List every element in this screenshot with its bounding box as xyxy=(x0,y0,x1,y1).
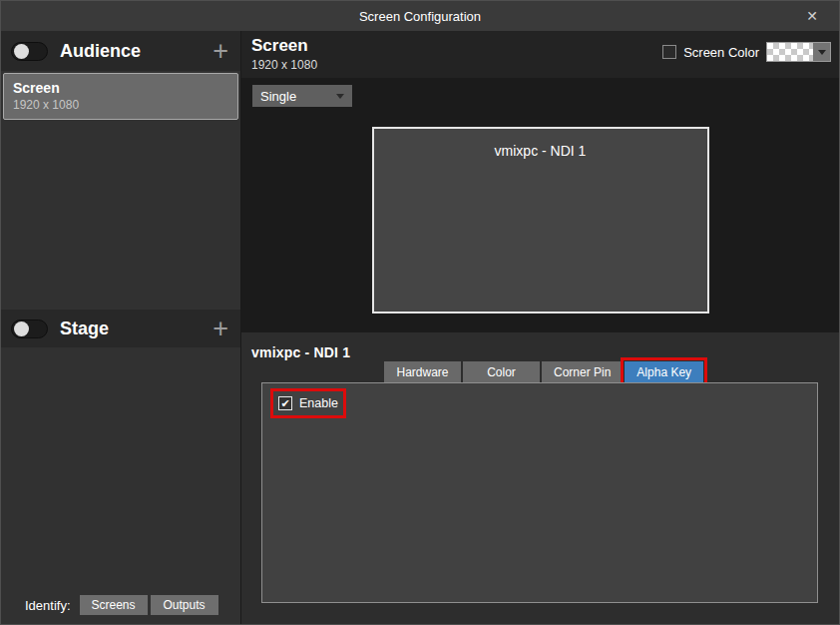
enable-label: Enable xyxy=(299,396,338,410)
alpha-key-panel: ✔ Enable xyxy=(261,382,818,603)
source-settings-zone: vmixpc - NDI 1 Hardware Color Corner Pin… xyxy=(241,332,839,624)
tab-hardware[interactable]: Hardware xyxy=(384,361,461,382)
identify-outputs-button[interactable]: Outputs xyxy=(151,595,218,615)
close-icon[interactable]: ✕ xyxy=(799,1,825,31)
screen-color-dropdown-button[interactable] xyxy=(813,43,830,61)
audience-header: Audience + xyxy=(1,31,240,71)
main-area: Screen 1920 x 1080 Screen Color xyxy=(241,31,839,624)
stage-toggle[interactable] xyxy=(11,319,48,338)
add-stage-screen-icon[interactable]: + xyxy=(212,318,228,338)
screen-color-label: Screen Color xyxy=(683,45,759,60)
titlebar: Screen Configuration ✕ xyxy=(1,1,839,31)
screen-list-item[interactable]: Screen 1920 x 1080 xyxy=(3,73,238,120)
transparent-color-swatch xyxy=(767,43,813,61)
page-title: Screen xyxy=(251,35,317,57)
main-header: Screen 1920 x 1080 Screen Color xyxy=(241,31,839,78)
chevron-down-icon xyxy=(818,50,826,55)
main-header-titles: Screen 1920 x 1080 xyxy=(251,35,317,78)
screen-item-resolution: 1920 x 1080 xyxy=(13,98,228,112)
tab-alpha-key[interactable]: Alpha Key xyxy=(625,361,703,382)
screen-color-dropdown[interactable] xyxy=(766,42,831,62)
audience-toggle[interactable] xyxy=(11,42,48,61)
identify-label: Identify: xyxy=(25,598,71,613)
screen-color-checkbox[interactable] xyxy=(662,45,676,59)
sidebar: Audience + Screen 1920 x 1080 Stage + Id… xyxy=(1,31,241,624)
add-audience-screen-icon[interactable]: + xyxy=(212,41,228,61)
screen-color-controls: Screen Color xyxy=(662,41,831,63)
preview-source-label: vmixpc - NDI 1 xyxy=(374,143,707,159)
window-title: Screen Configuration xyxy=(359,9,481,24)
source-title: vmixpc - NDI 1 xyxy=(251,344,350,360)
screen-preview-box[interactable]: vmixpc - NDI 1 xyxy=(372,127,709,313)
layout-select-value: Single xyxy=(260,89,296,104)
chevron-down-icon xyxy=(336,94,344,99)
enable-control: ✔ Enable xyxy=(278,396,338,410)
check-icon: ✔ xyxy=(280,398,289,409)
enable-checkbox[interactable]: ✔ xyxy=(278,396,292,410)
stage-screen-list xyxy=(1,347,240,586)
audience-label: Audience xyxy=(60,41,201,62)
page-resolution: 1920 x 1080 xyxy=(251,58,317,72)
tab-corner-pin[interactable]: Corner Pin xyxy=(542,361,623,382)
screen-item-name: Screen xyxy=(13,80,228,96)
window-body: Audience + Screen 1920 x 1080 Stage + Id… xyxy=(1,31,839,624)
stage-label: Stage xyxy=(60,318,201,339)
audience-screen-list: Screen 1920 x 1080 xyxy=(1,71,240,310)
identify-screens-button[interactable]: Screens xyxy=(80,595,148,615)
source-tabs: Hardware Color Corner Pin Alpha Key xyxy=(384,361,703,382)
screen-preview-zone: Single vmixpc - NDI 1 xyxy=(241,78,839,332)
screen-configuration-window: Screen Configuration ✕ Audience + Screen… xyxy=(0,0,840,625)
toggle-knob xyxy=(14,44,29,59)
toggle-knob xyxy=(14,321,29,336)
tab-color[interactable]: Color xyxy=(463,361,540,382)
identify-row: Identify: Screens Outputs xyxy=(1,586,240,624)
layout-select[interactable]: Single xyxy=(252,85,352,107)
stage-header: Stage + xyxy=(1,310,240,347)
